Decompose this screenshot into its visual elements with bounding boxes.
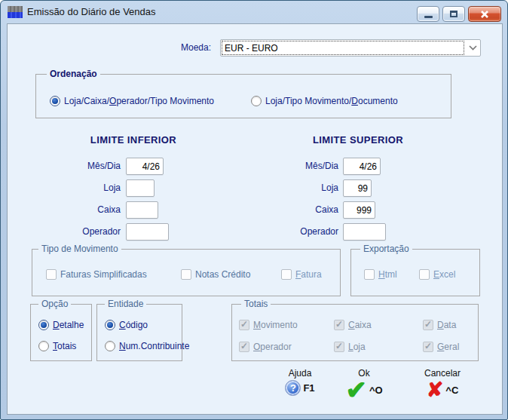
input-mes-dia-inferior[interactable] (126, 158, 164, 175)
checkbox-notas-credito[interactable]: Notas Crédito (181, 269, 250, 280)
input-loja-superior[interactable] (343, 179, 372, 197)
cancelar-shortcut: ^C (445, 385, 458, 396)
chevron-down-icon[interactable] (465, 40, 480, 56)
moeda-value: EUR - EURO (222, 41, 464, 54)
checkbox-checked-icon (239, 342, 249, 352)
ajuda-label: Ajuda (289, 369, 312, 379)
group-exportacao-title: Exportação (360, 244, 412, 254)
group-entidade: Entidade Código Num.Contribuinte (96, 304, 182, 361)
limite-superior-title: LIMITE SUPERIOR (298, 134, 418, 146)
window-title: Emissão do Diário de Vendas (27, 6, 156, 17)
checkbox-html[interactable]: Html (364, 269, 397, 280)
app-icon (8, 6, 23, 18)
group-tipo-movimento-title: Tipo de Movimento (38, 244, 121, 254)
radio-icon (105, 341, 115, 351)
checkbox-caixa-total[interactable]: Caixa (334, 320, 372, 330)
field-label-mes-dia-inf: Mês/Dia (30, 161, 121, 171)
ok-check-icon: ✔ (345, 380, 367, 400)
ok-shortcut: ^O (369, 385, 383, 396)
group-totais: Totais Movimento Caixa Data Operador Loj… (231, 304, 479, 361)
maximize-icon (450, 11, 458, 17)
input-caixa-superior[interactable] (343, 201, 375, 219)
group-entidade-title: Entidade (105, 299, 146, 309)
checkbox-data-total[interactable]: Data (423, 320, 456, 330)
checkbox-faturas-simplificadas[interactable]: Faturas Simplificadas (46, 269, 147, 280)
cancelar-label: Cancelar (424, 369, 461, 379)
group-ordenacao: Ordenação Loja/Caixa/Operador/Tipo Movim… (35, 74, 451, 118)
input-operador-superior[interactable] (343, 223, 386, 241)
checkbox-icon (181, 269, 191, 280)
maximize-button[interactable] (442, 6, 465, 22)
checkbox-operador-total[interactable]: Operador (239, 342, 292, 352)
group-opcao-title: Opção (38, 299, 71, 309)
checkbox-icon (364, 269, 375, 280)
input-loja-inferior[interactable] (126, 179, 155, 197)
checkbox-checked-icon (423, 320, 433, 330)
ajuda-button[interactable]: Ajuda ? F1 (273, 369, 327, 396)
checkbox-checked-icon (334, 342, 344, 352)
group-ordenacao-title: Ordenação (47, 69, 100, 79)
radio-ordenacao-loja-caixa-operador[interactable]: Loja/Caixa/Operador/Tipo Movimento (50, 96, 214, 106)
checkbox-geral-total[interactable]: Geral (423, 342, 459, 352)
group-exportacao: Exportação Html Excel (350, 249, 480, 296)
close-icon (480, 11, 489, 18)
field-label-caixa-sup: Caixa (248, 204, 338, 215)
field-label-mes-dia-sup: Mês/Dia (248, 161, 338, 171)
ok-button[interactable]: Ok ✔ ^O (337, 369, 391, 400)
radio-totais[interactable]: Totais (38, 341, 76, 351)
checkbox-excel[interactable]: Excel (419, 269, 455, 280)
group-tipo-movimento: Tipo de Movimento Faturas Simplificadas … (32, 249, 341, 296)
checkbox-loja-total[interactable]: Loja (334, 342, 366, 352)
field-label-loja-sup: Loja (248, 182, 338, 193)
checkbox-checked-icon (239, 320, 249, 330)
radio-icon (105, 320, 115, 330)
radio-icon (251, 96, 262, 106)
checkbox-icon (46, 269, 57, 280)
field-label-loja-inf: Loja (30, 182, 121, 193)
limite-inferior-title: LIMITE INFERIOR (73, 134, 194, 146)
radio-icon (50, 96, 60, 106)
radio-codigo[interactable]: Código (105, 320, 148, 330)
input-operador-inferior[interactable] (126, 223, 169, 241)
ajuda-shortcut: F1 (303, 382, 314, 394)
moeda-combobox[interactable]: EUR - EURO (220, 39, 481, 57)
group-opcao: Opção Detalhe Totais (30, 304, 92, 361)
checkbox-checked-icon (423, 342, 433, 352)
input-caixa-inferior[interactable] (126, 201, 158, 219)
group-totais-title: Totais (241, 299, 271, 309)
radio-num-contribuinte[interactable]: Num.Contribuinte (105, 341, 189, 351)
input-mes-dia-superior[interactable] (343, 158, 381, 175)
radio-icon (38, 341, 49, 351)
cancel-x-icon: ✘ (427, 380, 444, 400)
help-icon: ? (285, 380, 301, 396)
close-button[interactable] (468, 6, 501, 22)
checkbox-movimento[interactable]: Movimento (239, 320, 298, 330)
minimize-button[interactable] (417, 6, 439, 22)
field-label-caixa-inf: Caixa (30, 204, 121, 215)
checkbox-icon (419, 269, 430, 280)
radio-icon (38, 320, 49, 330)
radio-ordenacao-loja-tipo-documento[interactable]: Loja/Tipo Movimento/Documento (251, 96, 398, 106)
dialog-window: Emissão do Diário de Vendas Moeda: EUR -… (0, 0, 508, 420)
radio-detalhe[interactable]: Detalhe (38, 320, 84, 330)
checkbox-fatura[interactable]: Fatura (281, 269, 322, 280)
field-label-operador-sup: Operador (248, 226, 338, 237)
field-label-operador-inf: Operador (30, 226, 121, 237)
moeda-label: Moeda: (121, 42, 211, 53)
minimize-icon (424, 16, 433, 18)
checkbox-icon (281, 269, 292, 280)
cancelar-button[interactable]: Cancelar ✘ ^C (412, 369, 473, 400)
dialog-client-area: Moeda: EUR - EURO Ordenação Loja/Caixa/O… (7, 23, 503, 415)
checkbox-checked-icon (334, 320, 344, 330)
titlebar[interactable]: Emissão do Diário de Vendas (1, 1, 507, 23)
